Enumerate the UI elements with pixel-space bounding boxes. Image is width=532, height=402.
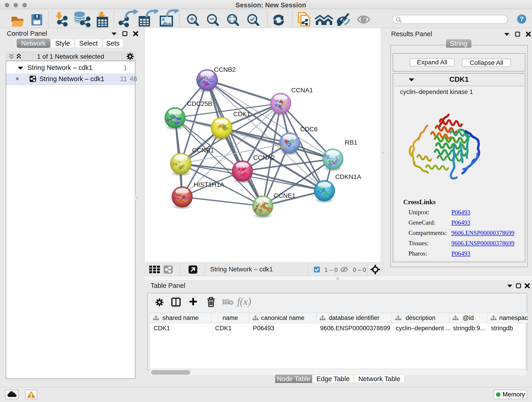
- svg-text:CCNA2: CCNA2: [253, 154, 275, 161]
- svg-text:CDC25B: CDC25B: [187, 100, 212, 107]
- svg-text:?: ?: [520, 15, 524, 22]
- svg-text:CCNE1: CCNE1: [274, 192, 296, 199]
- svg-text:CDKN1A: CDKN1A: [335, 173, 361, 180]
- svg-text:CCNB2: CCNB2: [214, 66, 236, 73]
- svg-text:CDC6: CDC6: [300, 126, 317, 133]
- svg-text:CDK1: CDK1: [233, 110, 250, 118]
- svg-text:CCNA1: CCNA1: [291, 87, 313, 94]
- svg-text:HIST1H1A: HIST1H1A: [194, 181, 224, 188]
- svg-text:CCNB1: CCNB1: [192, 147, 214, 154]
- svg-text:RB1: RB1: [345, 139, 357, 146]
